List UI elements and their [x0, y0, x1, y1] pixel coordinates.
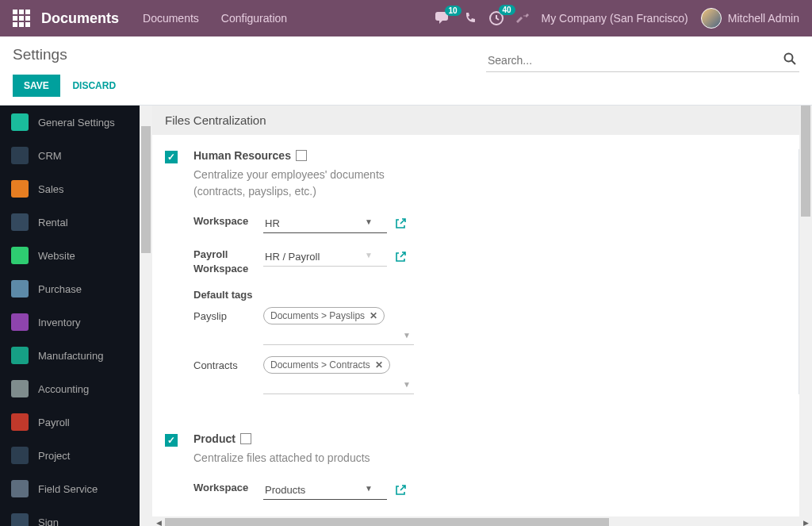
hr-title: Human Resources [193, 149, 291, 162]
contracts-tag[interactable]: Documents > Contracts ✕ [263, 356, 390, 374]
apps-menu-icon[interactable] [13, 10, 30, 27]
search-icon[interactable] [783, 52, 796, 65]
sidebar-scrollbar[interactable] [140, 106, 152, 526]
module-icon [11, 180, 29, 198]
sidebar-item-label: Manufacturing [38, 350, 103, 362]
module-icon [11, 147, 29, 164]
module-icon [11, 513, 29, 526]
company-scope-icon[interactable] [240, 433, 251, 444]
contracts-label: Contracts [193, 359, 263, 371]
product-workspace-select[interactable]: Products ▼ [263, 481, 387, 500]
module-icon [11, 247, 29, 264]
chevron-down-icon: ▼ [365, 251, 373, 263]
hr-desc: Centralize your employees' documents (co… [193, 167, 439, 200]
module-icon [11, 380, 29, 397]
external-link-icon[interactable] [395, 485, 406, 496]
chevron-down-icon: ▼ [365, 484, 373, 496]
tools-icon[interactable] [516, 12, 529, 25]
sidebar-item-sales[interactable]: Sales [0, 172, 140, 205]
app-title: Documents [41, 10, 119, 27]
sidebar-item-rental[interactable]: Rental [0, 205, 140, 239]
avatar [701, 8, 722, 29]
workspace-label: Workspace [193, 214, 263, 228]
remove-tag-icon[interactable]: ✕ [375, 359, 383, 371]
sidebar-item-sign[interactable]: Sign [0, 505, 140, 526]
module-icon [11, 113, 29, 131]
hr-workspace-select[interactable]: HR ▼ [263, 214, 387, 233]
sidebar-item-label: Rental [38, 217, 68, 228]
payslip-tag-add[interactable]: ▼ [263, 328, 414, 345]
hr-checkbox[interactable] [165, 151, 178, 163]
sidebar-item-purchase[interactable]: Purchase [0, 272, 140, 305]
payslip-label: Payslip [193, 310, 263, 322]
product-checkbox[interactable] [165, 434, 178, 447]
remove-tag-icon[interactable]: ✕ [370, 310, 377, 321]
product-workspace-label: Workspace [193, 481, 263, 495]
messaging-badge: 10 [445, 6, 462, 16]
sidebar-item-label: Payroll [38, 417, 70, 428]
module-icon [11, 447, 29, 464]
sidebar-item-label: Field Service [38, 483, 98, 495]
content-vertical-scrollbar[interactable] [799, 106, 812, 516]
sidebar-item-inventory[interactable]: Inventory [0, 305, 140, 339]
sidebar-item-label: Sales [38, 183, 64, 195]
module-icon [11, 347, 29, 364]
external-link-icon[interactable] [395, 251, 406, 263]
sidebar-item-project[interactable]: Project [0, 439, 140, 472]
sidebar-item-label: Inventory [38, 317, 80, 328]
sidebar-item-payroll[interactable]: Payroll [0, 405, 140, 439]
sidebar-item-label: General Settings [38, 117, 115, 129]
sidebar-item-website[interactable]: Website [0, 239, 140, 272]
sidebar-item-field-service[interactable]: Field Service [0, 472, 140, 505]
scroll-right-icon[interactable]: ▶ [799, 519, 812, 526]
nav-link-documents[interactable]: Documents [143, 12, 199, 25]
sidebar-item-accounting[interactable]: Accounting [0, 372, 140, 405]
payslip-tag[interactable]: Documents > Payslips ✕ [263, 307, 385, 324]
scroll-left-icon[interactable]: ◀ [152, 519, 165, 526]
phone-icon[interactable] [464, 12, 477, 25]
content-horizontal-scrollbar[interactable]: ◀ ▶ [152, 516, 812, 526]
section-header: Files Centralization [152, 106, 799, 135]
contracts-tag-add[interactable]: ▼ [263, 377, 414, 394]
activities-icon[interactable]: 40 [489, 11, 504, 25]
user-name: Mitchell Admin [728, 12, 799, 25]
sidebar-item-general-settings[interactable]: General Settings [0, 106, 140, 139]
sidebar-item-label: Project [38, 450, 70, 462]
company-switcher[interactable]: My Company (San Francisco) [542, 12, 688, 25]
sidebar-item-label: Sign [38, 516, 59, 527]
product-title: Product [193, 432, 236, 445]
discard-button[interactable]: DISCARD [63, 75, 125, 97]
sidebar-item-label: Website [38, 250, 75, 262]
company-scope-icon[interactable] [296, 150, 307, 161]
messaging-icon[interactable]: 10 [435, 12, 451, 25]
page-title: Settings [13, 46, 125, 63]
payroll-workspace-label: Payroll Workspace [193, 248, 263, 276]
module-icon [11, 480, 29, 497]
chevron-down-icon: ▼ [365, 217, 373, 229]
search-input[interactable] [486, 49, 799, 72]
sidebar-item-label: Purchase [38, 283, 82, 295]
save-button[interactable]: SAVE [13, 75, 60, 97]
nav-link-configuration[interactable]: Configuration [221, 12, 287, 25]
activities-badge: 40 [499, 5, 515, 15]
company-name: My Company (San Francisco) [542, 12, 688, 25]
user-menu[interactable]: Mitchell Admin [701, 8, 799, 29]
sidebar-item-label: Accounting [38, 383, 89, 395]
payroll-workspace-select[interactable]: HR / Payroll ▼ [263, 248, 387, 267]
module-icon [11, 213, 29, 231]
svg-line-2 [792, 61, 796, 65]
default-tags-label: Default tags [193, 289, 812, 301]
module-icon [11, 313, 29, 331]
sidebar-item-manufacturing[interactable]: Manufacturing [0, 339, 140, 372]
module-icon [11, 280, 29, 298]
module-icon [11, 413, 29, 431]
external-link-icon[interactable] [395, 218, 406, 229]
settings-sidebar: General SettingsCRMSalesRentalWebsitePur… [0, 106, 140, 526]
product-desc: Centralize files attached to products [193, 450, 439, 466]
svg-point-1 [785, 54, 793, 62]
sidebar-item-label: CRM [38, 150, 62, 162]
sidebar-item-crm[interactable]: CRM [0, 139, 140, 172]
